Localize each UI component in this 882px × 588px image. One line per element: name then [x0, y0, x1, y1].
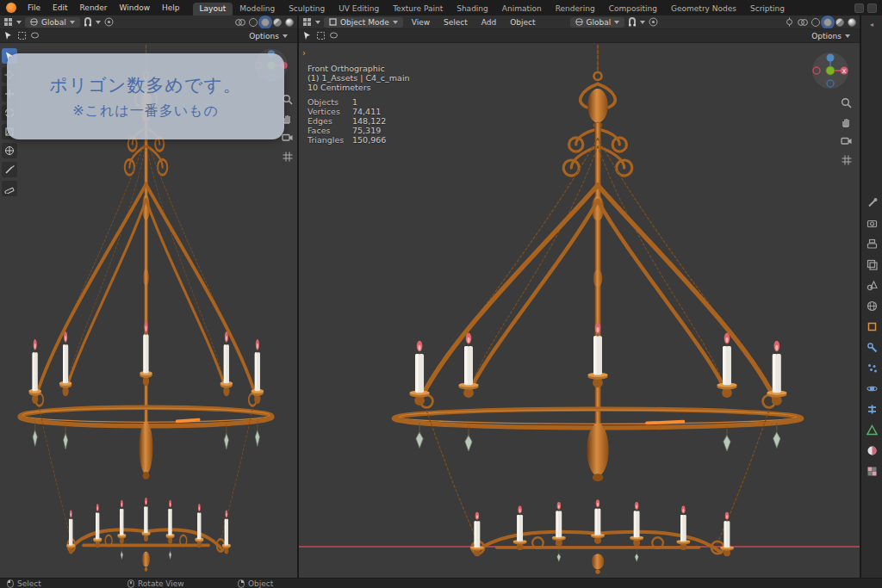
menu-edit[interactable]: Edit: [47, 3, 73, 12]
editor-type-icon[interactable]: [3, 17, 13, 27]
annotate-tool-icon[interactable]: [2, 162, 17, 177]
blender-logo-icon[interactable]: [6, 3, 16, 13]
tab-uv-editing[interactable]: UV Editing: [332, 3, 386, 15]
globe-icon: [575, 18, 583, 26]
snap-caret-icon[interactable]: [640, 21, 645, 24]
scene-properties-icon[interactable]: [866, 279, 878, 291]
options-dropdown[interactable]: Options: [244, 31, 293, 41]
zoom-icon[interactable]: [281, 93, 294, 106]
transform-tool-icon[interactable]: [2, 143, 17, 158]
mode-caret-icon: [393, 21, 398, 24]
menu-file[interactable]: File: [22, 3, 47, 12]
viewport-3d-left[interactable]: ポリゴン数多めです。 ※これは一番多いもの: [0, 43, 297, 578]
options-caret-icon: [845, 34, 850, 38]
chandelier-model-right[interactable]: [380, 45, 816, 574]
overlays-icon[interactable]: [798, 18, 808, 27]
options-dropdown[interactable]: Options: [806, 31, 855, 41]
menu-window[interactable]: Window: [114, 3, 157, 12]
camera-view-icon[interactable]: [281, 131, 294, 144]
tab-compositing[interactable]: Compositing: [602, 3, 664, 15]
select-mode-icon[interactable]: [316, 31, 326, 40]
proportional-editing-icon[interactable]: [104, 17, 114, 27]
editor-type-icon[interactable]: [302, 17, 312, 27]
material-properties-icon[interactable]: [866, 444, 878, 456]
menu-select[interactable]: Select: [438, 18, 473, 27]
shading-solid-icon[interactable]: [823, 18, 832, 27]
menu-add[interactable]: Add: [476, 18, 501, 27]
texture-properties-icon[interactable]: [866, 465, 878, 477]
constraint-properties-icon[interactable]: [866, 403, 878, 415]
view-layer-properties-icon[interactable]: [866, 258, 878, 270]
shading-wireframe-icon[interactable]: [811, 18, 820, 27]
navigation-gizmo[interactable]: X: [811, 52, 849, 90]
show-gizmo-icon[interactable]: [785, 17, 794, 27]
camera-view-icon[interactable]: [840, 134, 853, 147]
rail-collapse-icon[interactable]: ◂: [861, 21, 882, 28]
zoom-icon[interactable]: [840, 96, 853, 109]
snap-magnet-icon[interactable]: [84, 17, 92, 27]
proportional-editing-icon[interactable]: [649, 17, 658, 27]
grid-toggle-icon[interactable]: [281, 150, 294, 163]
mouse-middle-icon: [127, 579, 134, 588]
menu-help[interactable]: Help: [156, 3, 186, 12]
toolbar-expand-arrow[interactable]: ›: [302, 48, 306, 58]
tab-animation[interactable]: Animation: [495, 3, 549, 15]
active-tool-icon[interactable]: [4, 31, 14, 40]
snap-magnet-icon[interactable]: [628, 17, 637, 27]
statusbar-object-hint: Object: [238, 579, 273, 588]
particle-properties-icon[interactable]: [866, 362, 878, 374]
shading-material-icon[interactable]: [835, 18, 844, 27]
tool-properties-icon[interactable]: [866, 196, 878, 208]
pan-hand-icon[interactable]: [281, 112, 294, 125]
shading-material-icon[interactable]: [273, 18, 282, 27]
shading-solid-icon[interactable]: [261, 18, 270, 27]
grid-toggle-icon[interactable]: [840, 153, 853, 166]
output-properties-icon[interactable]: [866, 238, 878, 250]
menu-view[interactable]: View: [407, 18, 435, 27]
tab-modeling[interactable]: Modeling: [233, 3, 282, 15]
scale-indicator: 10 Centimeters: [307, 83, 410, 92]
physics-properties-icon[interactable]: [866, 382, 878, 394]
tab-scripting[interactable]: Scripting: [743, 3, 792, 15]
tab-texture-paint[interactable]: Texture Paint: [386, 3, 450, 15]
object-properties-icon[interactable]: [866, 320, 878, 332]
world-properties-icon[interactable]: [866, 300, 878, 312]
tab-sculpting[interactable]: Sculpting: [282, 3, 332, 15]
shading-rendered-icon[interactable]: [848, 18, 856, 27]
editor-type-caret-icon[interactable]: [315, 21, 320, 24]
view-layer-selector-icon[interactable]: [867, 3, 877, 13]
object-data-properties-icon[interactable]: [866, 424, 878, 436]
snap-caret-icon[interactable]: [96, 21, 101, 24]
select-lasso-icon[interactable]: [329, 31, 339, 40]
render-properties-icon[interactable]: [866, 217, 878, 229]
mode-dropdown[interactable]: Object Mode: [324, 17, 403, 28]
menu-render[interactable]: Render: [74, 3, 114, 12]
gizmo-x-label: X: [842, 68, 847, 75]
active-tool-icon[interactable]: [303, 31, 313, 40]
tab-layout[interactable]: Layout: [193, 3, 233, 15]
menu-object[interactable]: Object: [505, 18, 540, 27]
orientation-caret-icon: [70, 21, 75, 24]
overlays-icon[interactable]: [235, 18, 245, 27]
select-lasso-icon[interactable]: [30, 31, 40, 40]
orientation-dropdown[interactable]: Global: [25, 17, 80, 28]
statusbar-rotate-hint: Rotate View: [127, 579, 184, 588]
shading-rendered-icon[interactable]: [285, 18, 294, 27]
tab-rendering[interactable]: Rendering: [549, 3, 602, 15]
stat-triangles: Triangles150,966: [307, 135, 410, 145]
stat-edges: Edges148,122: [307, 116, 410, 126]
scene-selector-icon[interactable]: [854, 3, 864, 13]
measure-tool-icon[interactable]: [2, 181, 17, 196]
modifier-properties-icon[interactable]: [866, 341, 878, 353]
orientation-dropdown[interactable]: Global: [570, 17, 625, 28]
editor-type-caret-icon[interactable]: [16, 21, 22, 24]
viewport-right: Object Mode View Select Add Object Globa…: [299, 15, 861, 578]
select-mode-icon[interactable]: [17, 31, 27, 40]
mouse-left-icon: [7, 579, 14, 588]
tab-geometry-nodes[interactable]: Geometry Nodes: [664, 3, 743, 15]
statusbar-select-hint: Select: [7, 579, 41, 588]
viewport-3d-right[interactable]: › Front Orthographic (1) 1_Assets | C4_c…: [299, 43, 860, 578]
tab-shading[interactable]: Shading: [450, 3, 495, 15]
pan-hand-icon[interactable]: [840, 115, 853, 128]
shading-wireframe-icon[interactable]: [249, 18, 258, 27]
